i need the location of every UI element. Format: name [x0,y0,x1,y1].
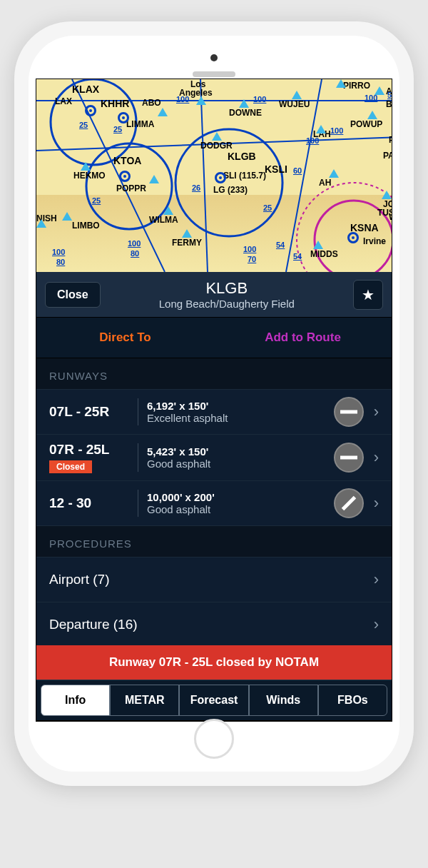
map-label: Irvine [363,236,386,246]
map-label: POWUP [350,119,382,129]
direct-to-button[interactable]: Direct To [36,318,214,358]
waypoint-icon [62,212,72,221]
action-row: Direct To Add to Route [36,318,392,358]
procedure-label: Airport (7) [49,572,109,587]
procedures-section-header: PROCEDURES [36,526,392,557]
waypoint-icon [239,99,249,108]
runway-row[interactable]: 07L - 25R6,192' x 150'Excellent asphalt› [36,390,392,435]
waypoint-icon [158,108,168,116]
map-label: 50 [387,91,392,99]
map-label: BAYVI [386,99,392,109]
map-label: ABO [142,98,161,108]
map-label: POPPR [116,183,146,193]
star-icon: ★ [362,286,374,303]
waypoint-icon [316,125,326,133]
map-label: 80 [56,258,65,266]
map-label: 100 [52,248,65,256]
runway-surface: Good asphalt [147,503,334,515]
airport-icon[interactable] [85,105,96,116]
map-label: WOKRO [389,212,392,222]
map-label: KTOA [113,155,141,166]
procedure-row[interactable]: Airport (7)› [36,557,392,602]
map-label: 60 [293,166,302,175]
map-label: 100 [330,126,343,135]
runway-heading-icon [334,488,364,518]
chevron-right-icon: › [371,570,382,589]
tab-fbos[interactable]: FBOs [318,685,387,716]
waypoint-icon [163,206,173,215]
airport-header-bar: Close KLGB Long Beach/Daugherty Field ★ [36,272,392,318]
map-label: KHHR [101,98,129,109]
airport-icon[interactable] [347,232,359,243]
waypoint-icon [292,91,302,99]
map-label: KLAX [72,84,99,95]
closed-badge: Closed [49,460,92,473]
map-label: 100 [176,95,189,104]
airport-name: Long Beach/Daugherty Field [101,298,353,310]
airport-icon[interactable] [118,112,129,123]
phone-home-button[interactable] [194,719,234,759]
header-title-block: KLGB Long Beach/Daugherty Field [101,279,353,310]
map-label: DOWNE [229,108,262,118]
map-label: KSLI [265,163,287,175]
runway-heading-icon [334,443,364,473]
bottom-tab-bar: InfoMETARForecastWindsFBOs [36,680,392,721]
tab-metar[interactable]: METAR [110,685,179,716]
map-label: 54 [293,252,302,261]
airport-icon[interactable] [119,171,131,182]
waypoint-icon [149,175,159,183]
runway-dimensions: 6,192' x 150' [147,400,334,412]
map-label: 26 [192,183,200,192]
runway-dimensions: 5,423' x 150' [147,445,334,458]
runway-id: 07R - 25L [49,442,138,458]
map-label: AH [319,178,331,188]
map-label: 54 [276,241,285,249]
phone-camera [210,54,218,61]
map-label: 25 [113,125,122,133]
favorite-button[interactable]: ★ [353,280,383,310]
airport-icon[interactable] [215,172,226,183]
procedure-row[interactable]: Departure (16)› [36,602,392,647]
map-label: 100 [128,239,141,248]
close-button[interactable]: Close [45,282,101,308]
tab-forecast[interactable]: Forecast [179,685,248,716]
airport-identifier: KLGB [101,279,353,298]
map-label: 25 [263,203,272,212]
map-label: 70 [248,255,256,263]
waypoint-icon [212,132,222,141]
map-label: LIMBO [72,221,100,231]
runway-dimensions: 10,000' x 200' [147,491,334,503]
waypoint-icon [329,169,339,178]
phone-speaker [193,71,235,77]
runway-row[interactable]: 12 - 3010,000' x 200'Good asphalt› [36,481,392,526]
chevron-right-icon: › [371,494,382,513]
map-label: DODGR [200,141,233,151]
tab-info[interactable]: Info [41,685,110,716]
chevron-right-icon: › [371,448,382,467]
waypoint-icon [382,191,392,199]
notam-banner[interactable]: Runway 07R - 25L closed by NOTAM [36,645,392,680]
sectional-map[interactable]: KLAXKHHRLAXABOLosAngelesLIMMADOWNEWUJEUP… [36,79,392,272]
map-label: MIDDS [310,249,338,259]
runway-surface: Excellent asphalt [147,412,334,424]
runway-id: 12 - 30 [49,495,138,511]
map-label: 25 [92,196,101,205]
map-label: LAX [55,96,72,106]
waypoint-icon [313,241,323,249]
tab-winds[interactable]: Winds [249,685,318,716]
map-label: 100 [243,245,256,253]
runway-row[interactable]: 07R - 25LClosed5,423' x 150'Good asphalt… [36,435,392,481]
map-label: 100 [253,95,266,104]
map-label: LIMMA [126,119,154,129]
waypoint-icon [336,79,346,88]
waypoint-icon [36,219,46,228]
add-to-route-button[interactable]: Add to Route [214,318,392,358]
waypoint-icon [182,229,192,238]
runway-surface: Good asphalt [147,458,334,470]
map-label: WUJEU [279,99,310,109]
map-label: PRAD [389,135,392,145]
procedure-label: Departure (16) [49,617,138,632]
app-screen: KLAXKHHRLAXABOLosAngelesLIMMADOWNEWUJEUP… [36,79,392,722]
runways-section-header: RUNWAYS [36,358,392,390]
map-label: 100 [306,136,319,145]
